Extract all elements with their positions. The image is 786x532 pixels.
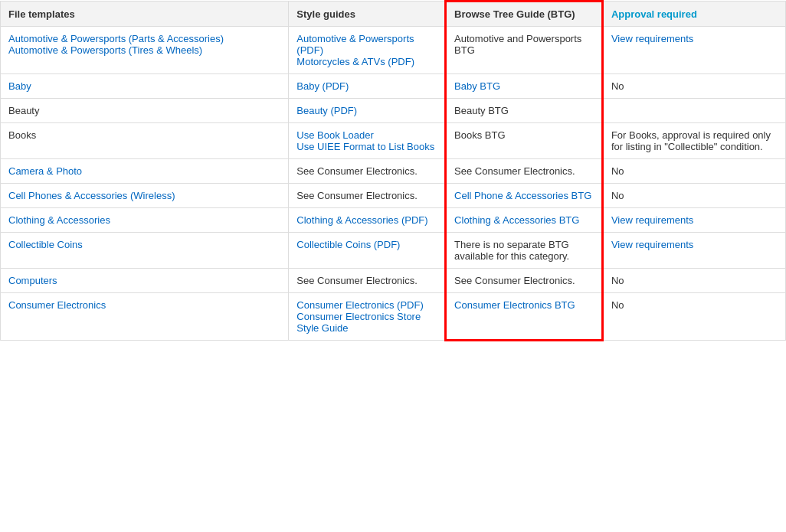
btg-text: Beauty BTG (454, 105, 509, 116)
table-row: BabyBaby (PDF)Baby BTGNo (1, 74, 786, 99)
file-template-link[interactable]: Baby (8, 80, 31, 92)
style-guides-cell: See Consumer Electronics. (289, 159, 446, 184)
approval-link[interactable]: View requirements (611, 214, 693, 226)
table-row: Consumer ElectronicsConsumer Electronics… (1, 293, 786, 341)
file-template-link[interactable]: Camera & Photo (8, 165, 82, 177)
btg-link[interactable]: Clothing & Accessories BTG (454, 214, 579, 226)
file-template-link[interactable]: Cell Phones & Accessories (Wireless) (8, 190, 175, 201)
category-table: File templates Style guides Browse Tree … (0, 0, 786, 341)
approval-cell: View requirements (602, 208, 785, 233)
style-guides-cell: Automotive & Powersports (PDF)Motorcycle… (289, 27, 446, 74)
style-guides-cell: See Consumer Electronics. (289, 269, 446, 293)
approval-cell: No (602, 184, 785, 208)
table-row: BeautyBeauty (PDF)Beauty BTG (1, 99, 786, 123)
header-file-templates: File templates (1, 2, 289, 27)
btg-cell: Cell Phone & Accessories BTG (446, 184, 603, 208)
approval-cell: No (602, 74, 785, 99)
style-guide-text: See Consumer Electronics. (296, 275, 418, 286)
file-templates-cell: Automotive & Powersports (Parts & Access… (1, 27, 289, 74)
approval-text: For Books, approval is required only for… (611, 129, 771, 152)
style-guide-link[interactable]: Consumer Electronics (PDF) (296, 299, 423, 311)
btg-cell: Beauty BTG (446, 99, 603, 123)
header-btg: Browse Tree Guide (BTG) (446, 2, 603, 27)
file-templates-cell: Camera & Photo (1, 159, 289, 184)
btg-text: Books BTG (454, 129, 505, 141)
file-templates-cell: Computers (1, 269, 289, 293)
file-template-link[interactable]: Consumer Electronics (8, 299, 106, 311)
table-row: BooksUse Book LoaderUse UIEE Format to L… (1, 123, 786, 159)
style-guide-link[interactable]: Use UIEE Format to List Books (296, 141, 434, 152)
file-templates-cell: Baby (1, 74, 289, 99)
style-guides-cell: Clothing & Accessories (PDF) (289, 208, 446, 233)
approval-cell: No (602, 293, 785, 341)
approval-text: No (611, 275, 624, 286)
approval-text: No (611, 165, 624, 177)
approval-cell (602, 99, 785, 123)
btg-text: See Consumer Electronics. (454, 165, 575, 177)
approval-text: No (611, 80, 624, 92)
btg-cell: Consumer Electronics BTG (446, 293, 603, 341)
file-templates-cell: Clothing & Accessories (1, 208, 289, 233)
approval-text: No (611, 299, 624, 311)
table-row: Cell Phones & Accessories (Wireless)See … (1, 184, 786, 208)
file-template-link[interactable]: Automotive & Powersports (Parts & Access… (8, 33, 224, 44)
file-template-text: Books (8, 129, 36, 141)
btg-cell: Clothing & Accessories BTG (446, 208, 603, 233)
header-approval: Approval required (602, 2, 785, 27)
style-guide-text: See Consumer Electronics. (296, 165, 418, 177)
style-guide-text: See Consumer Electronics. (296, 190, 418, 201)
style-guide-link[interactable]: Collectible Coins (PDF) (296, 239, 400, 250)
style-guides-cell: See Consumer Electronics. (289, 184, 446, 208)
file-templates-cell: Beauty (1, 99, 289, 123)
btg-cell: See Consumer Electronics. (446, 269, 603, 293)
approval-cell: View requirements (602, 233, 785, 269)
style-guides-cell: Consumer Electronics (PDF)Consumer Elect… (289, 293, 446, 341)
approval-link[interactable]: View requirements (611, 33, 693, 44)
btg-link[interactable]: Cell Phone & Accessories BTG (454, 190, 591, 201)
btg-cell: Baby BTG (446, 74, 603, 99)
style-guide-link[interactable]: Beauty (PDF) (296, 105, 357, 116)
file-templates-cell: Collectible Coins (1, 233, 289, 269)
style-guide-link[interactable]: Clothing & Accessories (PDF) (296, 214, 427, 226)
file-templates-cell: Books (1, 123, 289, 159)
file-templates-cell: Consumer Electronics (1, 293, 289, 341)
main-table-wrapper: File templates Style guides Browse Tree … (0, 0, 786, 341)
btg-text: Automotive and Powersports BTG (454, 33, 581, 56)
file-templates-cell: Cell Phones & Accessories (Wireless) (1, 184, 289, 208)
btg-cell: There is no separate BTG available for t… (446, 233, 603, 269)
btg-link[interactable]: Consumer Electronics BTG (454, 299, 575, 311)
btg-cell: Automotive and Powersports BTG (446, 27, 603, 74)
btg-text: There is no separate BTG available for t… (454, 239, 569, 262)
approval-link[interactable]: View requirements (611, 239, 693, 250)
approval-cell: For Books, approval is required only for… (602, 123, 785, 159)
style-guides-cell: Beauty (PDF) (289, 99, 446, 123)
style-guides-cell: Collectible Coins (PDF) (289, 233, 446, 269)
file-template-text: Beauty (8, 105, 39, 116)
table-row: Camera & PhotoSee Consumer Electronics.S… (1, 159, 786, 184)
approval-cell: No (602, 269, 785, 293)
table-row: Clothing & AccessoriesClothing & Accesso… (1, 208, 786, 233)
btg-link[interactable]: Baby BTG (454, 80, 500, 92)
style-guides-cell: Use Book LoaderUse UIEE Format to List B… (289, 123, 446, 159)
btg-cell: Books BTG (446, 123, 603, 159)
file-template-link[interactable]: Clothing & Accessories (8, 214, 110, 226)
style-guide-link[interactable]: Motorcycles & ATVs (PDF) (296, 56, 414, 67)
table-row: ComputersSee Consumer Electronics.See Co… (1, 269, 786, 293)
style-guide-link[interactable]: Baby (PDF) (296, 80, 349, 92)
btg-text: See Consumer Electronics. (454, 275, 575, 286)
header-style-guides: Style guides (289, 2, 446, 27)
approval-text: No (611, 190, 624, 201)
table-row: Collectible CoinsCollectible Coins (PDF)… (1, 233, 786, 269)
file-template-link[interactable]: Automotive & Powersports (Tires & Wheels… (8, 44, 202, 56)
style-guide-link[interactable]: Automotive & Powersports (PDF) (296, 33, 414, 56)
btg-cell: See Consumer Electronics. (446, 159, 603, 184)
file-template-link[interactable]: Collectible Coins (8, 239, 83, 250)
style-guide-link[interactable]: Use Book Loader (296, 129, 373, 141)
approval-cell: View requirements (602, 27, 785, 74)
approval-cell: No (602, 159, 785, 184)
file-template-link[interactable]: Computers (8, 275, 57, 286)
style-guides-cell: Baby (PDF) (289, 74, 446, 99)
table-row: Automotive & Powersports (Parts & Access… (1, 27, 786, 74)
style-guide-link[interactable]: Consumer Electronics Store Style Guide (296, 311, 421, 334)
